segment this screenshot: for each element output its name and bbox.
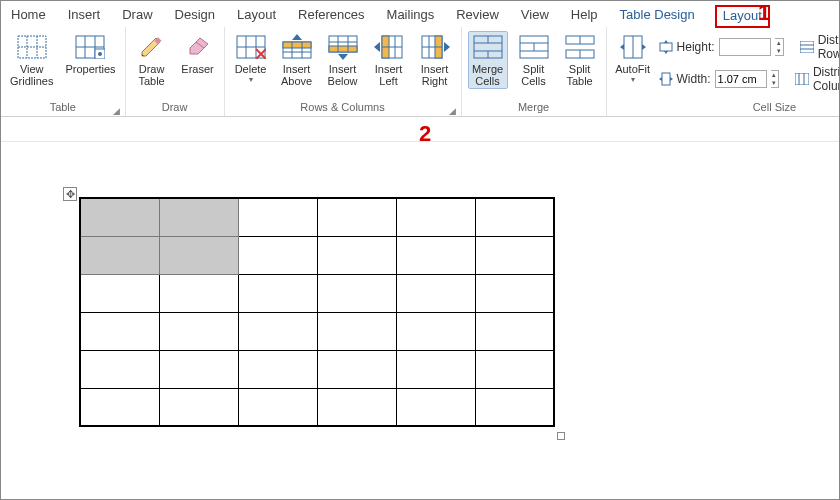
table-cell[interactable] <box>396 236 475 274</box>
tab-view[interactable]: View <box>519 5 551 26</box>
table-cell[interactable] <box>80 350 159 388</box>
tab-design[interactable]: Design <box>173 5 217 26</box>
table-cell[interactable] <box>475 388 554 426</box>
table-cell[interactable] <box>80 388 159 426</box>
table-cell[interactable] <box>475 274 554 312</box>
table-cell[interactable] <box>317 388 396 426</box>
tab-review[interactable]: Review <box>454 5 501 26</box>
table-cell[interactable] <box>238 236 317 274</box>
row-height-icon <box>659 40 673 54</box>
group-table-label: Table <box>7 101 119 114</box>
table-cell[interactable] <box>317 312 396 350</box>
tab-layout[interactable]: Layout <box>235 5 278 26</box>
properties-button[interactable]: Properties <box>62 31 118 77</box>
table-cell[interactable] <box>317 198 396 236</box>
table-cell[interactable] <box>159 274 238 312</box>
table-cell[interactable] <box>238 350 317 388</box>
tab-table-design[interactable]: Table Design <box>618 5 697 26</box>
table-cell[interactable] <box>238 388 317 426</box>
insert-left-button[interactable]: Insert Left <box>369 31 409 89</box>
height-spinner[interactable]: ▴▾ <box>775 38 784 56</box>
eraser-button[interactable]: Eraser <box>178 31 218 77</box>
table-cell[interactable] <box>238 274 317 312</box>
ribbon: View Gridlines Properties Table ◢ Draw T… <box>1 27 839 117</box>
svg-rect-28 <box>329 46 357 52</box>
svg-marker-61 <box>664 40 668 43</box>
table-cell[interactable] <box>396 198 475 236</box>
insert-right-icon <box>419 33 451 61</box>
table-cell[interactable] <box>396 274 475 312</box>
tab-insert[interactable]: Insert <box>66 5 103 26</box>
table-cell[interactable] <box>317 274 396 312</box>
table-cell[interactable] <box>238 312 317 350</box>
draw-table-button[interactable]: Draw Table <box>132 31 172 89</box>
properties-label: Properties <box>65 63 115 75</box>
document-table[interactable] <box>79 197 555 427</box>
table-cell[interactable] <box>80 274 159 312</box>
table-cell[interactable] <box>396 312 475 350</box>
svg-marker-59 <box>642 44 646 50</box>
tab-home[interactable]: Home <box>9 5 48 26</box>
split-table-button[interactable]: Split Table <box>560 31 600 89</box>
distribute-cols-button[interactable]: Distribute Columns <box>795 65 840 93</box>
table-row <box>80 350 554 388</box>
delete-button[interactable]: Delete ▾ <box>231 31 271 86</box>
table-cell[interactable] <box>159 198 238 236</box>
svg-point-9 <box>98 52 102 56</box>
tab-help[interactable]: Help <box>569 5 600 26</box>
split-cells-button[interactable]: Split Cells <box>514 31 554 89</box>
width-spinner[interactable]: ▴▾ <box>771 70 779 88</box>
eraser-icon <box>182 33 214 61</box>
tab-mailings[interactable]: Mailings <box>385 5 437 26</box>
table-cell[interactable] <box>159 388 238 426</box>
table-cell[interactable] <box>238 198 317 236</box>
insert-right-button[interactable]: Insert Right <box>415 31 455 89</box>
table-cell[interactable] <box>396 350 475 388</box>
delete-label: Delete <box>235 63 267 75</box>
distribute-rows-button[interactable]: Distribute Rows <box>800 33 840 61</box>
table-cell[interactable] <box>80 312 159 350</box>
table-cell[interactable] <box>475 312 554 350</box>
distribute-cols-label: Distribute Columns <box>813 65 840 93</box>
insert-above-label: Insert Above <box>281 63 312 87</box>
table-cell[interactable] <box>475 198 554 236</box>
insert-right-label: Insert Right <box>421 63 449 87</box>
tab-references[interactable]: References <box>296 5 366 26</box>
svg-rect-60 <box>660 43 672 51</box>
insert-below-button[interactable]: Insert Below <box>323 31 363 89</box>
table-row <box>80 198 554 236</box>
view-gridlines-button[interactable]: View Gridlines <box>7 31 56 89</box>
table-cell[interactable] <box>159 236 238 274</box>
table-group-launcher[interactable]: ◢ <box>113 106 123 116</box>
autofit-label: AutoFit <box>615 63 650 75</box>
svg-marker-13 <box>190 38 208 54</box>
table-cell[interactable] <box>159 350 238 388</box>
svg-rect-22 <box>283 42 311 48</box>
table-cell[interactable] <box>475 236 554 274</box>
svg-marker-68 <box>670 77 673 81</box>
width-input[interactable] <box>715 70 767 88</box>
group-cell-size-label: Cell Size <box>613 101 840 114</box>
rows-cols-group-launcher[interactable]: ◢ <box>449 106 459 116</box>
group-rows-cols: Delete ▾ Insert Above Insert Below Inse <box>225 27 462 116</box>
autofit-button[interactable]: AutoFit ▾ <box>613 31 653 86</box>
svg-marker-42 <box>444 42 450 52</box>
table-cell[interactable] <box>396 388 475 426</box>
merge-cells-button[interactable]: Merge Cells <box>468 31 508 89</box>
table-cell[interactable] <box>317 236 396 274</box>
table-cell[interactable] <box>317 350 396 388</box>
view-gridlines-label: View Gridlines <box>10 63 53 87</box>
table-cell[interactable] <box>475 350 554 388</box>
table-cell[interactable] <box>159 312 238 350</box>
table-move-handle[interactable]: ✥ <box>63 187 77 201</box>
eraser-label: Eraser <box>181 63 213 75</box>
insert-above-button[interactable]: Insert Above <box>277 31 317 89</box>
table-cell[interactable] <box>80 236 159 274</box>
table-resize-handle[interactable] <box>557 432 565 440</box>
group-draw: Draw Table Eraser Draw <box>126 27 225 116</box>
height-input[interactable] <box>719 38 771 56</box>
pencil-icon <box>136 33 168 61</box>
tab-draw[interactable]: Draw <box>120 5 154 26</box>
chevron-down-icon: ▾ <box>631 75 635 84</box>
table-cell[interactable] <box>80 198 159 236</box>
